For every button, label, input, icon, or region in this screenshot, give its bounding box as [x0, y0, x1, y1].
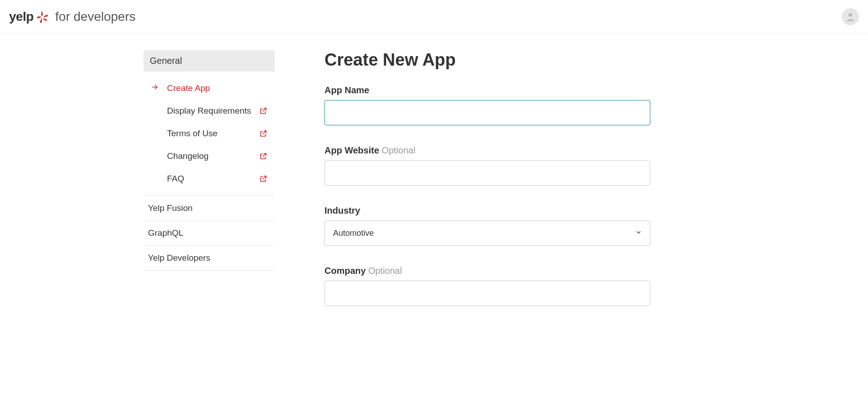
sidebar-item-terms-of-use[interactable]: Terms of Use	[143, 122, 275, 145]
svg-point-0	[849, 13, 852, 17]
logo-text: yelp	[9, 10, 33, 24]
app-website-label-text: App Website	[324, 145, 379, 155]
main: Create New App App Name App Website Opti…	[324, 50, 650, 326]
sidebar-item-label: FAQ	[167, 174, 184, 184]
logo-burst-icon	[37, 10, 48, 24]
optional-text: Optional	[382, 145, 415, 155]
page-title: Create New App	[324, 50, 650, 70]
industry-label: Industry	[324, 205, 650, 216]
app-name-input[interactable]	[324, 100, 650, 125]
sidebar-items: Create App Display Requirements Terms of…	[143, 72, 275, 196]
external-link-icon	[259, 152, 267, 160]
sidebar-item-label: Display Requirements	[167, 106, 251, 116]
app-name-label: App Name	[324, 85, 650, 95]
app-website-label: App Website Optional	[324, 145, 650, 156]
sidebar-section-yelp-developers[interactable]: Yelp Developers	[143, 245, 275, 271]
sidebar: General Create App Display Requirements …	[143, 50, 275, 326]
header-brand[interactable]: yelp for developers	[9, 10, 135, 24]
avatar[interactable]	[842, 8, 859, 25]
form-group-industry: Industry Automotive	[324, 205, 650, 246]
industry-selected-value: Automotive	[333, 229, 374, 238]
app-website-input[interactable]	[324, 160, 650, 186]
industry-select[interactable]: Automotive	[324, 220, 650, 246]
form-group-app-website: App Website Optional	[324, 145, 650, 186]
chevron-down-icon	[635, 229, 642, 238]
arrow-right-icon	[151, 83, 159, 94]
sidebar-item-display-requirements[interactable]: Display Requirements	[143, 100, 275, 122]
header: yelp for developers	[0, 0, 868, 34]
optional-text: Optional	[368, 266, 402, 276]
form-group-app-name: App Name	[324, 85, 650, 125]
sidebar-header-general[interactable]: General	[143, 50, 275, 72]
form-group-company: Company Optional	[324, 266, 650, 306]
sidebar-item-label: Create App	[167, 83, 210, 93]
sidebar-item-faq[interactable]: FAQ	[143, 167, 275, 190]
sidebar-section-graphql[interactable]: GraphQL	[143, 220, 275, 245]
company-input[interactable]	[324, 281, 650, 306]
sidebar-item-create-app[interactable]: Create App	[143, 77, 275, 100]
content: General Create App Display Requirements …	[81, 34, 787, 326]
sidebar-item-label: Changelog	[167, 151, 209, 161]
sidebar-item-changelog[interactable]: Changelog	[143, 145, 275, 167]
for-developers-text: for developers	[55, 10, 135, 24]
external-link-icon	[259, 107, 267, 115]
external-link-icon	[259, 129, 267, 138]
company-label: Company Optional	[324, 266, 650, 276]
sidebar-item-label: Terms of Use	[167, 129, 218, 138]
company-label-text: Company	[324, 266, 366, 276]
sidebar-section-yelp-fusion[interactable]: Yelp Fusion	[143, 196, 275, 220]
user-icon	[845, 11, 856, 22]
external-link-icon	[259, 175, 267, 183]
